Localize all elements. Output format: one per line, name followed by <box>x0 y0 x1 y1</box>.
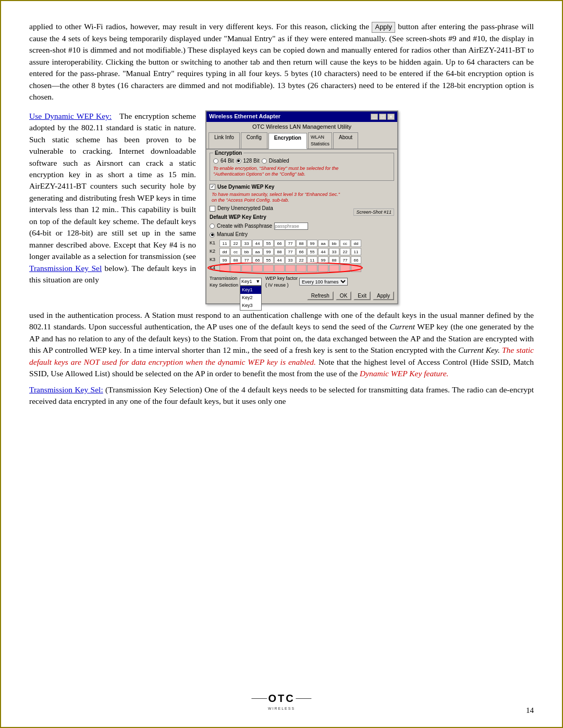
k1-cell-9[interactable]: aa <box>318 240 328 247</box>
k2-cell-0[interactable]: dd <box>219 248 230 255</box>
key-row-k1: K1 11 22 33 44 55 66 77 88 99 aa bb cc d… <box>210 240 394 247</box>
k1-cell-7[interactable]: 88 <box>296 240 307 247</box>
tab-wlan-statistics[interactable]: WLANStatistics <box>308 132 332 149</box>
page: applied to other Wi-Fi radios, however, … <box>0 0 563 728</box>
k4-cell-8[interactable] <box>307 265 317 272</box>
dropdown-key3[interactable]: Key3 <box>240 302 261 310</box>
otc-line-right <box>296 698 312 699</box>
k4-cell-2[interactable] <box>241 265 252 272</box>
k3-cell-3[interactable]: 66 <box>252 256 263 264</box>
dynamic-wep-note: To have maximum security, select level 3… <box>212 192 394 203</box>
k3-cell-2[interactable]: 77 <box>241 256 252 264</box>
k2-cell-6[interactable]: 77 <box>285 248 296 255</box>
encryption-note: To enable encryption, "Shared Key" must … <box>213 166 390 177</box>
k2-cell-7[interactable]: 66 <box>296 248 307 255</box>
exit-button[interactable]: Exit <box>353 291 371 300</box>
k4-cell-7[interactable] <box>296 265 307 272</box>
encryption-radio-row: 64 Bit 128 Bit Disabled <box>213 157 390 165</box>
k2-cell-9[interactable]: 44 <box>318 248 328 255</box>
k4-cell-4[interactable] <box>263 265 274 272</box>
transmission-key-sel-link[interactable]: Transmission Key Sel: <box>29 385 103 394</box>
k2-cell-3[interactable]: aa <box>252 248 263 255</box>
apply-button[interactable]: Apply <box>373 291 394 300</box>
tab-linkinfo[interactable]: Link Info <box>209 132 240 149</box>
buttons-row: Refresh OK Exit Apply <box>210 291 394 300</box>
k2-cell-4[interactable]: 99 <box>263 248 274 255</box>
k4-cell-5[interactable] <box>274 265 285 272</box>
k1-cell-1[interactable]: 22 <box>230 240 241 247</box>
k2-cell-12[interactable]: 11 <box>351 248 361 255</box>
minimize-button[interactable]: _ <box>371 114 378 120</box>
dynamic-wep-checkbox[interactable]: ✓ <box>210 184 215 190</box>
tab-config[interactable]: Config <box>241 132 267 149</box>
k2-cell-5[interactable]: 88 <box>274 248 285 255</box>
k2-cell-2[interactable]: bb <box>241 248 252 255</box>
key-selection-dropdown[interactable]: Key1 ▼ Key1 Key2 Key3 <box>240 278 262 286</box>
transmission-key-link[interactable]: Transmission Key Sel <box>29 264 102 273</box>
tab-encryption[interactable]: Encryption <box>268 133 307 149</box>
k3-cell-10[interactable]: 88 <box>329 256 339 264</box>
k1-cell-0[interactable]: 11 <box>219 240 230 247</box>
manual-entry-row: Manual Entry <box>210 231 394 239</box>
k4-cell-1[interactable] <box>230 265 241 272</box>
k4-cell-12[interactable] <box>351 265 361 272</box>
k3-cell-5[interactable]: 44 <box>274 256 285 264</box>
radio-passphrase[interactable] <box>210 224 215 229</box>
k1-cell-3[interactable]: 44 <box>252 240 263 247</box>
k2-cell-11[interactable]: 22 <box>340 248 350 255</box>
radio-64bit[interactable] <box>213 158 218 164</box>
k2-cell-10[interactable]: 33 <box>329 248 339 255</box>
key-selection-display[interactable]: Key1 ▼ <box>240 278 262 286</box>
dynamic-wep-link[interactable]: Use Dynamic WEP Key: <box>29 112 112 120</box>
passphrase-input[interactable] <box>274 223 308 230</box>
k4-cell-11[interactable] <box>340 265 350 272</box>
otc-logo-sub: WIRELESS <box>251 706 311 711</box>
k1-cell-12[interactable]: dd <box>351 240 361 247</box>
k3-label: K3 <box>210 256 219 263</box>
radio-64bit-label: 64 Bit <box>221 157 234 165</box>
tab-about[interactable]: About <box>333 132 358 149</box>
k3-cell-1[interactable]: 88 <box>230 256 241 264</box>
maximize-button[interactable]: □ <box>379 114 386 120</box>
k3-cell-11[interactable]: 77 <box>340 256 350 264</box>
otc-logo-text: OTC <box>268 691 295 706</box>
k4-cell-6[interactable] <box>285 265 296 272</box>
radio-manual[interactable] <box>210 232 215 238</box>
screenshot-label: Screen-Shot #11 <box>353 208 394 216</box>
radio-128bit[interactable] <box>236 158 241 164</box>
k4-cell-0[interactable] <box>219 265 230 272</box>
k3-cell-8[interactable]: 11 <box>307 256 317 264</box>
dropdown-key2[interactable]: Key2 <box>240 294 261 302</box>
wep-factor-select[interactable]: Every 100 frames <box>299 278 348 286</box>
dropdown-key1[interactable]: Key1 <box>240 286 261 294</box>
radio-disabled[interactable] <box>262 158 267 164</box>
k4-cell-10[interactable] <box>329 265 339 272</box>
k3-cell-12[interactable]: 66 <box>351 256 361 264</box>
k1-cell-6[interactable]: 77 <box>285 240 296 247</box>
k4-cell-9[interactable] <box>318 265 328 272</box>
transmission-key-label: TransmissionKey Selection <box>210 275 238 289</box>
k3-cell-4[interactable]: 55 <box>263 256 274 264</box>
ok-button[interactable]: OK <box>336 291 351 300</box>
k1-cell-2[interactable]: 33 <box>241 240 252 247</box>
current-key-italic: Current Key. <box>458 346 500 354</box>
k3-cell-6[interactable]: 33 <box>285 256 296 264</box>
deny-unencrypted-checkbox[interactable] <box>210 206 215 212</box>
current-italic-1: Current <box>389 322 415 331</box>
k1-cell-4[interactable]: 55 <box>263 240 274 247</box>
k3-cell-0[interactable]: 99 <box>219 256 230 264</box>
k1-cell-8[interactable]: 99 <box>307 240 317 247</box>
radio-128bit-label: 128 Bit <box>243 157 260 165</box>
k1-cell-5[interactable]: 66 <box>274 240 285 247</box>
passphrase-label: Create with Passphrase <box>217 223 272 230</box>
k3-cell-9[interactable]: 99 <box>318 256 328 264</box>
k2-cell-1[interactable]: cc <box>230 248 241 255</box>
refresh-button[interactable]: Refresh <box>307 291 334 300</box>
k2-cell-8[interactable]: 55 <box>307 248 317 255</box>
k4-cell-3[interactable] <box>252 265 263 272</box>
k1-cell-11[interactable]: cc <box>340 240 350 247</box>
k1-cell-10[interactable]: bb <box>329 240 339 247</box>
close-button[interactable]: × <box>387 114 395 120</box>
k3-cell-7[interactable]: 22 <box>296 256 307 264</box>
encryption-group: Encryption 64 Bit 128 Bit Disabled To en… <box>210 153 394 181</box>
